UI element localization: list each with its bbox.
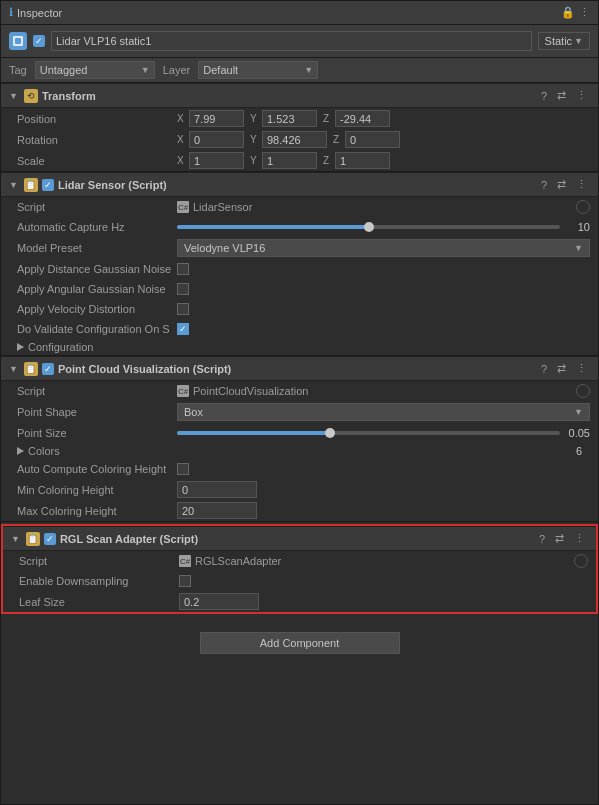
pc-script-circle[interactable] bbox=[576, 384, 590, 398]
rot-y-input[interactable] bbox=[262, 131, 327, 148]
model-preset-dropdown[interactable]: Velodyne VLP16 ▼ bbox=[177, 239, 590, 257]
pc-script-row: Script C# PointCloudVisualization bbox=[1, 381, 598, 401]
pos-z-input[interactable] bbox=[335, 110, 390, 127]
point-size-track[interactable] bbox=[177, 431, 560, 435]
point-size-label: Point Size bbox=[17, 427, 177, 439]
distance-noise-checkbox[interactable] bbox=[177, 263, 189, 275]
object-name-field[interactable] bbox=[51, 31, 532, 51]
rot-y-label: Y bbox=[250, 134, 260, 145]
pos-y-input[interactable] bbox=[262, 110, 317, 127]
validate-checkbox[interactable]: ✓ bbox=[177, 323, 189, 335]
velocity-distortion-checkbox[interactable] bbox=[177, 303, 189, 315]
angular-noise-checkbox[interactable] bbox=[177, 283, 189, 295]
object-enabled-check[interactable]: ✓ bbox=[33, 35, 45, 47]
point-size-thumb[interactable] bbox=[325, 428, 335, 438]
scale-x-input[interactable] bbox=[189, 152, 244, 169]
leaf-size-input[interactable] bbox=[179, 593, 259, 610]
point-cloud-icon: 📋 bbox=[24, 362, 38, 376]
transform-settings[interactable]: ⇄ bbox=[554, 88, 569, 103]
velocity-distortion-value bbox=[177, 303, 590, 315]
transform-help[interactable]: ? bbox=[538, 89, 550, 103]
distance-noise-value bbox=[177, 263, 590, 275]
layer-dropdown[interactable]: Default ▼ bbox=[198, 61, 318, 79]
rgl-script-name: RGLScanAdapter bbox=[195, 555, 281, 567]
position-label: Position bbox=[17, 113, 177, 125]
transform-actions: ? ⇄ ⋮ bbox=[538, 88, 590, 103]
rot-x-input[interactable] bbox=[189, 131, 244, 148]
static-label: Static bbox=[545, 35, 573, 47]
distance-noise-row: Apply Distance Gaussian Noise bbox=[1, 259, 598, 279]
max-coloring-value bbox=[177, 502, 590, 519]
capture-hz-track[interactable] bbox=[177, 225, 560, 229]
rot-z-input[interactable] bbox=[345, 131, 400, 148]
scale-y-input[interactable] bbox=[262, 152, 317, 169]
lidar-help[interactable]: ? bbox=[538, 178, 550, 192]
validate-value: ✓ bbox=[177, 323, 590, 335]
pos-x-field: X bbox=[177, 110, 244, 127]
lidar-script-ref: C# LidarSensor bbox=[177, 201, 252, 213]
model-preset-row: Model Preset Velodyne VLP16 ▼ bbox=[1, 237, 598, 259]
point-shape-text: Box bbox=[184, 406, 203, 418]
scale-x-field: X bbox=[177, 152, 244, 169]
rgl-more[interactable]: ⋮ bbox=[571, 531, 588, 546]
point-cloud-header[interactable]: ▼ 📋 ✓ Point Cloud Visualization (Script)… bbox=[1, 356, 598, 381]
rot-z-label: Z bbox=[333, 134, 343, 145]
rgl-script-circle[interactable] bbox=[574, 554, 588, 568]
point-cloud-title: Point Cloud Visualization (Script) bbox=[58, 363, 534, 375]
lidar-settings[interactable]: ⇄ bbox=[554, 177, 569, 192]
divider-3 bbox=[1, 521, 598, 522]
lock-icon[interactable]: 🔒 bbox=[561, 6, 575, 19]
lidar-sensor-header[interactable]: ▼ 📋 ✓ Lidar Sensor (Script) ? ⇄ ⋮ bbox=[1, 172, 598, 197]
static-dropdown[interactable]: Static ▼ bbox=[538, 32, 590, 50]
point-cloud-more[interactable]: ⋮ bbox=[573, 361, 590, 376]
rotation-row: Rotation X Y Z bbox=[1, 129, 598, 150]
scale-z-input[interactable] bbox=[335, 152, 390, 169]
configuration-foldout[interactable]: Configuration bbox=[1, 339, 598, 355]
lidar-enabled-check[interactable]: ✓ bbox=[42, 179, 54, 191]
pos-x-input[interactable] bbox=[189, 110, 244, 127]
point-shape-dropdown[interactable]: Box ▼ bbox=[177, 403, 590, 421]
velocity-distortion-label: Apply Velocity Distortion bbox=[17, 303, 177, 315]
pos-y-field: Y bbox=[250, 110, 317, 127]
position-xyz: X Y Z bbox=[177, 110, 590, 127]
rgl-settings[interactable]: ⇄ bbox=[552, 531, 567, 546]
scale-xyz: X Y Z bbox=[177, 152, 590, 169]
point-cloud-collapse-arrow: ▼ bbox=[9, 364, 18, 374]
transform-title: Transform bbox=[42, 90, 534, 102]
add-component-button[interactable]: Add Component bbox=[200, 632, 400, 654]
point-cloud-settings[interactable]: ⇄ bbox=[554, 361, 569, 376]
min-coloring-input[interactable] bbox=[177, 481, 257, 498]
lidar-collapse-arrow: ▼ bbox=[9, 180, 18, 190]
transform-header[interactable]: ▼ ⟲ Transform ? ⇄ ⋮ bbox=[1, 83, 598, 108]
transform-collapse-arrow: ▼ bbox=[9, 91, 18, 101]
max-coloring-input[interactable] bbox=[177, 502, 257, 519]
colors-foldout[interactable]: Colors 6 bbox=[1, 443, 598, 459]
downsampling-checkbox[interactable] bbox=[179, 575, 191, 587]
lidar-sensor-section: ▼ 📋 ✓ Lidar Sensor (Script) ? ⇄ ⋮ Script… bbox=[1, 172, 598, 355]
rgl-header[interactable]: ▼ 📋 ✓ RGL Scan Adapter (Script) ? ⇄ ⋮ bbox=[3, 526, 596, 551]
inspector-panel: ℹ Inspector 🔒 ⋮ ✓ Static ▼ Tag Untagged … bbox=[0, 0, 599, 805]
point-shape-label: Point Shape bbox=[17, 406, 177, 418]
capture-hz-thumb[interactable] bbox=[364, 222, 374, 232]
active-checkbox[interactable]: ✓ bbox=[33, 35, 45, 47]
auto-compute-row: Auto Compute Coloring Height bbox=[1, 459, 598, 479]
rgl-enabled-check[interactable]: ✓ bbox=[44, 533, 56, 545]
point-cloud-help[interactable]: ? bbox=[538, 362, 550, 376]
lidar-title: Lidar Sensor (Script) bbox=[58, 179, 534, 191]
auto-compute-checkbox[interactable] bbox=[177, 463, 189, 475]
transform-more[interactable]: ⋮ bbox=[573, 88, 590, 103]
point-size-slider: 0.05 bbox=[177, 427, 590, 439]
tag-dropdown[interactable]: Untagged ▼ bbox=[35, 61, 155, 79]
capture-hz-value: 10 bbox=[177, 221, 590, 233]
rgl-help[interactable]: ? bbox=[536, 532, 548, 546]
point-shape-value: Box ▼ bbox=[177, 403, 590, 421]
point-cloud-section: ▼ 📋 ✓ Point Cloud Visualization (Script)… bbox=[1, 356, 598, 521]
menu-icon[interactable]: ⋮ bbox=[579, 6, 590, 19]
rgl-icon: 📋 bbox=[26, 532, 40, 546]
point-cloud-enabled-check[interactable]: ✓ bbox=[42, 363, 54, 375]
lidar-script-label: Script bbox=[17, 201, 177, 213]
lidar-script-circle[interactable] bbox=[576, 200, 590, 214]
static-chevron: ▼ bbox=[574, 36, 583, 46]
lidar-more[interactable]: ⋮ bbox=[573, 177, 590, 192]
colors-value: 6 bbox=[576, 445, 582, 457]
